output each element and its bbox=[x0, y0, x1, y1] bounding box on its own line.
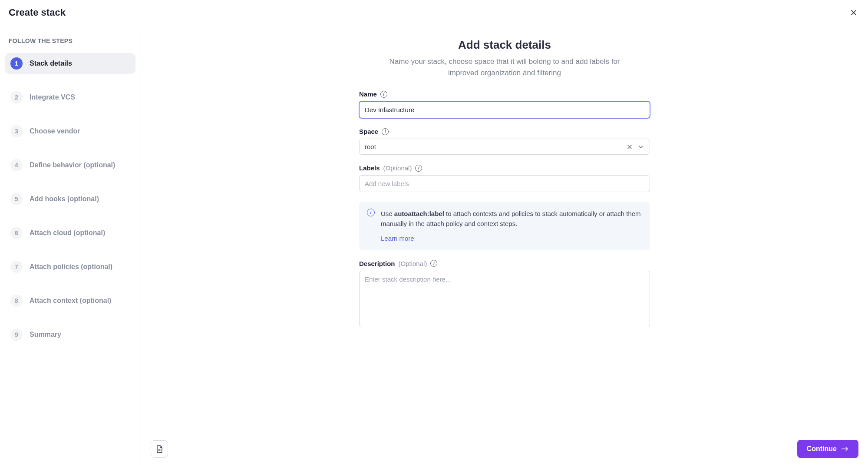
document-icon bbox=[155, 445, 164, 453]
documentation-button[interactable] bbox=[151, 440, 168, 458]
step-label: Define behavior (optional) bbox=[30, 160, 115, 170]
labels-optional: (Optional) bbox=[383, 164, 412, 172]
step-label: Add hooks (optional) bbox=[30, 194, 99, 204]
step-number: 9 bbox=[10, 329, 23, 341]
info-icon[interactable]: i bbox=[380, 91, 387, 98]
step-label: Attach policies (optional) bbox=[30, 262, 112, 272]
description-textarea[interactable] bbox=[359, 271, 650, 327]
callout-text: Use autoattach:label to attach contexts … bbox=[381, 210, 641, 227]
step-stack-details[interactable]: 1 Stack details bbox=[5, 53, 135, 74]
info-callout: i Use autoattach:label to attach context… bbox=[359, 202, 650, 250]
labels-label: Labels bbox=[359, 164, 380, 172]
labels-input[interactable] bbox=[359, 175, 650, 192]
step-number: 4 bbox=[10, 159, 23, 171]
step-number: 1 bbox=[10, 57, 23, 70]
continue-button[interactable]: Continue bbox=[797, 440, 858, 458]
step-number: 2 bbox=[10, 91, 23, 103]
close-button[interactable] bbox=[848, 7, 859, 18]
step-label: Integrate VCS bbox=[30, 93, 75, 102]
description-label: Description bbox=[359, 260, 395, 267]
page-header: Create stack bbox=[0, 0, 868, 25]
info-icon[interactable]: i bbox=[415, 165, 422, 172]
step-number: 7 bbox=[10, 261, 23, 273]
step-label: Attach context (optional) bbox=[30, 296, 111, 306]
name-input[interactable] bbox=[359, 101, 650, 118]
space-value: root bbox=[365, 143, 626, 150]
step-add-hooks[interactable]: 5 Add hooks (optional) bbox=[5, 189, 135, 209]
step-choose-vendor[interactable]: 3 Choose vendor bbox=[5, 121, 135, 142]
step-number: 8 bbox=[10, 295, 23, 307]
step-attach-context[interactable]: 8 Attach context (optional) bbox=[5, 290, 135, 311]
arrow-right-icon bbox=[841, 446, 849, 452]
step-number: 3 bbox=[10, 125, 23, 137]
step-label: Summary bbox=[30, 330, 61, 339]
step-label: Stack details bbox=[30, 59, 72, 68]
step-label: Choose vendor bbox=[30, 126, 80, 136]
clear-icon[interactable] bbox=[626, 143, 633, 150]
main-content: Add stack details Name your stack, choos… bbox=[141, 25, 868, 465]
step-summary[interactable]: 9 Summary bbox=[5, 324, 135, 345]
close-icon bbox=[850, 9, 858, 17]
step-integrate-vcs[interactable]: 2 Integrate VCS bbox=[5, 87, 135, 108]
page-title: Create stack bbox=[9, 7, 66, 18]
sidebar: FOLLOW THE STEPS 1 Stack details 2 Integ… bbox=[0, 25, 141, 465]
step-attach-cloud[interactable]: 6 Attach cloud (optional) bbox=[5, 223, 135, 243]
continue-label: Continue bbox=[807, 445, 837, 453]
step-label: Attach cloud (optional) bbox=[30, 228, 105, 238]
info-icon[interactable]: i bbox=[382, 128, 389, 135]
step-attach-policies[interactable]: 7 Attach policies (optional) bbox=[5, 256, 135, 277]
step-number: 6 bbox=[10, 227, 23, 239]
form-title: Add stack details bbox=[359, 38, 650, 52]
step-define-behavior[interactable]: 4 Define behavior (optional) bbox=[5, 155, 135, 176]
space-label: Space bbox=[359, 128, 378, 135]
step-number: 5 bbox=[10, 193, 23, 205]
description-optional: (Optional) bbox=[399, 260, 427, 267]
footer: Continue bbox=[141, 433, 868, 465]
name-label: Name bbox=[359, 90, 377, 98]
sidebar-header: FOLLOW THE STEPS bbox=[5, 37, 135, 44]
info-icon: i bbox=[367, 209, 375, 216]
info-icon[interactable]: i bbox=[430, 260, 437, 267]
chevron-down-icon bbox=[637, 143, 644, 150]
form-subtitle: Name your stack, choose space that it wi… bbox=[359, 56, 650, 78]
space-select[interactable]: root bbox=[359, 139, 650, 155]
learn-more-link[interactable]: Learn more bbox=[381, 233, 414, 243]
